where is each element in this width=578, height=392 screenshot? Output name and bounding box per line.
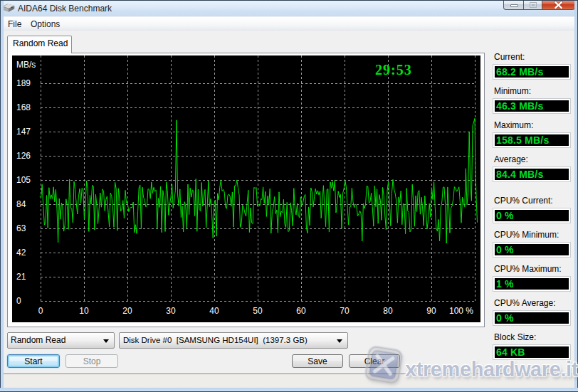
svg-text:147: 147 [16, 127, 31, 137]
svg-text:50: 50 [253, 306, 263, 316]
svg-text:30: 30 [166, 306, 176, 316]
svg-text:29:53: 29:53 [375, 62, 412, 78]
svg-text:0: 0 [16, 296, 21, 306]
svg-text:MB/s: MB/s [16, 60, 36, 70]
svg-text:20: 20 [122, 306, 132, 316]
svg-text:21: 21 [16, 272, 26, 282]
svg-text:60: 60 [296, 306, 306, 316]
svg-text:84: 84 [16, 199, 26, 209]
svg-text:63: 63 [16, 223, 26, 233]
svg-text:168: 168 [16, 102, 31, 112]
svg-text:42: 42 [16, 248, 26, 258]
svg-text:90: 90 [426, 306, 436, 316]
svg-text:105: 105 [16, 175, 31, 185]
svg-text:0: 0 [38, 306, 43, 316]
svg-text:40: 40 [209, 306, 219, 316]
svg-text:10: 10 [79, 306, 89, 316]
svg-text:126: 126 [16, 151, 31, 161]
svg-text:80: 80 [383, 306, 393, 316]
svg-text:100 %: 100 % [449, 306, 473, 316]
svg-text:189: 189 [16, 78, 31, 88]
svg-text:70: 70 [340, 306, 350, 316]
